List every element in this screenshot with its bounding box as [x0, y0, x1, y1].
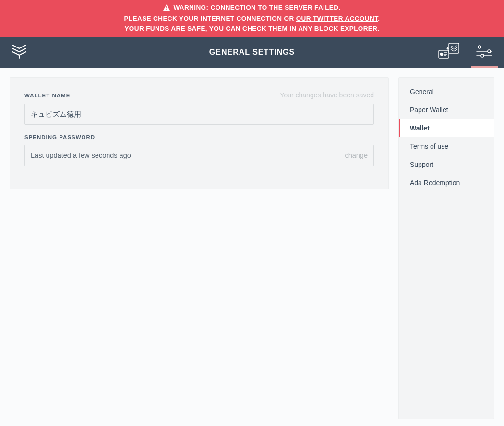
settings-nav[interactable] — [472, 37, 497, 68]
warning-line-3: YOUR FUNDS ARE SAFE, YOU CAN CHECK THEM … — [0, 24, 504, 34]
connection-warning-banner: WARNING: CONNECTION TO THE SERVER FAILED… — [0, 0, 504, 37]
svg-point-10 — [481, 54, 484, 57]
app-header: GENERAL SETTINGS — [0, 37, 504, 68]
changes-saved-hint: Your changes have been saved — [280, 91, 374, 99]
side-nav-wallet[interactable]: Wallet — [399, 119, 494, 137]
ada-redemption-icon — [437, 42, 460, 63]
svg-rect-1 — [167, 9, 168, 10]
page-title: GENERAL SETTINGS — [0, 48, 504, 57]
spending-password-updated: Last updated a few seconds ago — [31, 152, 131, 159]
svg-rect-2 — [449, 43, 459, 53]
settings-side-nav: General Paper Wallet Wallet Terms of use… — [398, 77, 494, 419]
warning-line-2-prefix: PLEASE CHECK YOUR INTERNET CONNECTION OR — [124, 15, 296, 22]
side-nav-support[interactable]: Support — [399, 155, 494, 174]
settings-panel: WALLET NAME Your changes have been saved… — [10, 77, 389, 189]
svg-rect-0 — [167, 6, 168, 8]
warning-triangle-icon — [163, 3, 170, 13]
side-nav-terms-of-use[interactable]: Terms of use — [399, 137, 494, 155]
change-password-button[interactable]: change — [345, 152, 368, 159]
spending-password-label: SPENDING PASSWORD — [24, 134, 95, 140]
settings-sliders-icon — [476, 45, 493, 60]
daedalus-logo-icon — [11, 43, 28, 61]
warning-line-1: WARNING: CONNECTION TO THE SERVER FAILED… — [173, 4, 340, 11]
wallet-name-input[interactable] — [24, 104, 374, 125]
app-logo[interactable] — [0, 43, 40, 61]
spending-password-box: Last updated a few seconds ago change — [24, 145, 374, 166]
side-nav-paper-wallet[interactable]: Paper Wallet — [399, 101, 494, 119]
twitter-account-link[interactable]: OUR TWITTER ACCOUNT — [296, 15, 378, 22]
wallet-name-label: WALLET NAME — [24, 93, 70, 98]
side-nav-general[interactable]: General — [399, 83, 494, 101]
svg-point-9 — [488, 50, 491, 53]
ada-redemption-nav[interactable] — [436, 37, 461, 68]
svg-point-8 — [478, 46, 481, 48]
side-nav-ada-redemption[interactable]: Ada Redemption — [399, 174, 494, 192]
warning-line-2-suffix: . — [378, 15, 380, 22]
